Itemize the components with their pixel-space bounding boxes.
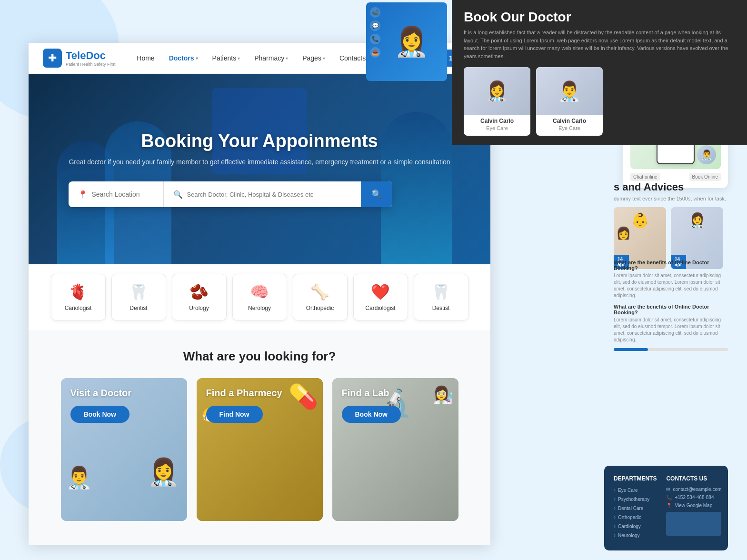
- specialty-card-cariologist[interactable]: 🫀 Cariologist: [51, 274, 106, 320]
- doctor-figure-front: 👨‍⚕️: [66, 465, 92, 490]
- tip-doctor-icon: 👩‍⚕️: [688, 212, 706, 229]
- doctor-card-2-specialty: Eye Care: [536, 125, 603, 131]
- contacts-col: CONTACTS US ✉ contact@example.com 📞 +152…: [666, 475, 721, 541]
- tip-baby-icon: 👶: [631, 212, 649, 229]
- doctor-card-1-image: 👩‍⚕️: [464, 67, 530, 115]
- doctor-card-1-specialty: Eye Care: [464, 125, 530, 131]
- visit-doctor-title: Visit a Doctor: [70, 388, 178, 399]
- search-submit-button[interactable]: 🔍: [361, 181, 392, 207]
- phone-contact-icon: 📞: [666, 495, 672, 500]
- doctor-avatar: 👩‍⚕️: [394, 25, 429, 59]
- email-icon: ✉: [666, 487, 670, 492]
- video-icons: 📹 💬 📞 📤: [370, 7, 380, 58]
- specialty-section: 🫀 Cariologist 🦷 Dentist 🫘 Urology 🧠 Nero…: [29, 264, 490, 330]
- book-panel-title: Book Our Doctor: [464, 10, 735, 25]
- footer-columns: DEPARTMENTS Eye Care Psychotherapy Denta…: [614, 475, 718, 541]
- blog-item-1: What are the benefits of Online Doctor B…: [614, 260, 728, 299]
- search-location-field[interactable]: 📍: [69, 181, 164, 207]
- pharmacy-arrow: ▾: [286, 56, 288, 61]
- dept-eye-care[interactable]: Eye Care: [614, 487, 657, 493]
- pharmacy-find-btn[interactable]: Find Now: [206, 406, 263, 423]
- app-doctor-avatar: 👨‍⚕️: [697, 145, 716, 164]
- doctors-arrow: ▾: [196, 56, 198, 61]
- dept-neurology[interactable]: Neurology: [614, 532, 657, 539]
- book-panel-description: It is a long established fact that a rea…: [464, 29, 735, 60]
- looking-card-visit-doctor[interactable]: 👩‍⚕️ 👨‍⚕️ Visit a Doctor Book Now: [61, 378, 187, 521]
- search-location-input[interactable]: [91, 190, 149, 198]
- map-placeholder: [666, 512, 721, 536]
- progress-bar-fill: [614, 348, 648, 351]
- email-value: contact@example.com: [673, 487, 721, 492]
- search-bar: 📍 🔍 🔍: [69, 181, 392, 207]
- nav-patients[interactable]: Patients ▾: [207, 50, 246, 66]
- urology-label: Urology: [180, 305, 219, 311]
- doctor-preview-image: 📹 💬 📞 📤 👩‍⚕️: [366, 2, 447, 81]
- specialty-card-urology[interactable]: 🫘 Urology: [172, 274, 227, 320]
- lab-title: Find a Lab: [342, 388, 449, 399]
- contact-email: ✉ contact@example.com: [666, 487, 721, 492]
- nav-pharmacy[interactable]: Pharmacy ▾: [249, 50, 294, 66]
- app-labels: Chat online Book Online: [630, 173, 721, 181]
- dentist-label: Dentist: [120, 305, 158, 311]
- pharmacy-content: Find a Pharmecy Find Now: [197, 378, 323, 432]
- lab-content: Find a Lab Book Now: [332, 378, 458, 432]
- orthopedic-icon: 🦴: [301, 283, 339, 301]
- blog-text-1: Lorem ipsum dolor sit amet, consectetur …: [614, 272, 728, 299]
- specialty-card-nerology[interactable]: 🧠 Nerology: [232, 274, 287, 320]
- tips-title: s and Advices: [614, 181, 728, 193]
- blog-title-1: What are the benefits of Online Doctor B…: [614, 260, 728, 271]
- dept-orthopedic[interactable]: Orthopedic: [614, 514, 657, 520]
- looking-cards: 👩‍⚕️ 👨‍⚕️ Visit a Doctor Book Now 💊 😷 Fi…: [43, 378, 476, 521]
- visit-doctor-content: Visit a Doctor Book Now: [61, 378, 187, 432]
- hero-content: Booking Your Appoinments Great doctor if…: [50, 131, 469, 207]
- tips-subtitle: dummy text ever since the 1500s, when fo…: [614, 196, 728, 201]
- nav-pages[interactable]: Pages ▾: [297, 50, 331, 66]
- looking-card-lab[interactable]: 🔬 👩‍🔬 Find a Lab Book Now: [332, 378, 458, 521]
- dentist-icon: 🦷: [120, 283, 158, 301]
- doctor-card-1[interactable]: 👩‍⚕️ Calvin Carlo Eye Care: [464, 67, 530, 136]
- dept-dental-care[interactable]: Dental Care: [614, 505, 657, 511]
- orthopedic-label: Orthopedic: [301, 305, 339, 311]
- doctor-card-2[interactable]: 👨‍⚕️ Calvin Carlo Eye Care: [536, 67, 603, 136]
- nav-home[interactable]: Home: [131, 50, 160, 66]
- dept-psychotherapy[interactable]: Psychotherapy: [614, 496, 657, 502]
- side-doctor-preview: 📹 💬 📞 📤 👩‍⚕️: [366, 2, 447, 81]
- location-pin-icon: 📍: [78, 190, 88, 199]
- search-btn-icon: 🔍: [371, 189, 382, 200]
- share-icon[interactable]: 📤: [370, 47, 380, 58]
- departments-col: DEPARTMENTS Eye Care Psychotherapy Denta…: [614, 475, 657, 541]
- looking-section: What are you looking for? 👩‍⚕️ 👨‍⚕️ Visi…: [29, 330, 490, 545]
- visit-doctor-book-btn[interactable]: Book Now: [70, 406, 129, 423]
- contact-map[interactable]: 📍 View Google Map: [666, 503, 721, 508]
- chat-online-label: Chat online: [630, 173, 660, 181]
- video-call-icon[interactable]: 📹: [370, 7, 380, 18]
- specialty-card-cardiologist[interactable]: ❤️ Cardiologist: [353, 274, 408, 320]
- footer-section: DEPARTMENTS Eye Care Psychotherapy Denta…: [604, 466, 728, 550]
- specialty-card-destist[interactable]: 🦷 Destist: [414, 274, 468, 320]
- pages-arrow: ▾: [323, 56, 325, 61]
- chat-icon[interactable]: 💬: [370, 20, 380, 31]
- dept-cardiology[interactable]: Cardiology: [614, 523, 657, 530]
- looking-card-pharmacy[interactable]: 💊 😷 Find a Pharmecy Find Now: [197, 378, 323, 521]
- specialty-card-orthopedic[interactable]: 🦴 Orthopedic: [293, 274, 348, 320]
- doctor-cards-row: 👩‍⚕️ Calvin Carlo Eye Care 👨‍⚕️ Calvin C…: [464, 67, 735, 136]
- patients-arrow: ▾: [238, 56, 240, 61]
- search-doctor-field[interactable]: 🔍: [164, 181, 361, 207]
- specialty-card-dentist[interactable]: 🦷 Dentist: [111, 274, 166, 320]
- search-doctor-input[interactable]: [187, 191, 351, 198]
- cariologist-label: Cariologist: [59, 305, 98, 311]
- blog-item-2: What are the benefits of Online Doctor B…: [614, 304, 728, 343]
- cariologist-icon: 🫀: [59, 283, 98, 301]
- logo[interactable]: ✚ TeleDoc Patient Health Safety First: [43, 49, 116, 68]
- map-label: View Google Map: [675, 503, 712, 508]
- logo-tagline: Patient Health Safety First: [66, 62, 116, 67]
- hero-section: Booking Your Appoinments Great doctor if…: [29, 74, 490, 264]
- blog-title-2: What are the benefits of Online Doctor B…: [614, 304, 728, 315]
- phone-value: +152 534-468-884: [675, 495, 714, 500]
- cardiologist-label: Cardiologist: [361, 305, 400, 311]
- doctor-figure-back: 👩‍⚕️: [147, 457, 180, 488]
- nav-doctors[interactable]: Doctors ▾: [163, 50, 204, 66]
- urology-icon: 🫘: [180, 283, 219, 301]
- lab-book-btn[interactable]: Book Now: [342, 406, 401, 423]
- phone-call-icon[interactable]: 📞: [370, 34, 380, 44]
